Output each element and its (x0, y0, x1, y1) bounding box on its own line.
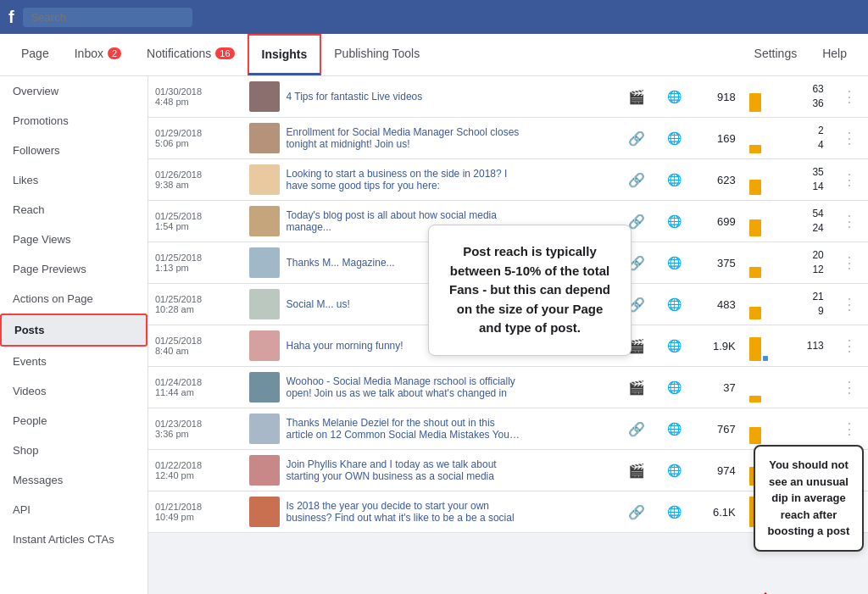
post-thumbnail (249, 414, 280, 444)
more-options-button[interactable]: ⋮ (842, 379, 857, 396)
globe-icon: 🌐 (667, 297, 682, 311)
post-visibility-cell: 🌐 (656, 450, 693, 491)
post-content-cell: Thanks Melanie Deziel for the shout out … (242, 408, 617, 450)
post-visibility-cell: 🌐 (656, 201, 693, 242)
post-title-link[interactable]: Join Phyllis Khare and I today as we tal… (287, 458, 524, 482)
post-reach-cell: 974 (693, 450, 743, 491)
video-icon: 🎬 (628, 90, 645, 104)
post-thumbnail (249, 330, 280, 361)
post-date-cell: 01/25/2018 1:13 pm (148, 242, 242, 284)
video-icon: 🎬 (628, 464, 645, 478)
link-icon: 🔗 (628, 422, 645, 436)
table-row: 01/24/2018 11:44 am Woohoo - Social Medi… (148, 367, 868, 408)
post-title-link[interactable]: Is 2018 the year you decide to start you… (287, 500, 524, 524)
post-bar-cell (743, 284, 787, 325)
sidebar-item-events[interactable]: Events (0, 347, 147, 376)
sidebar-item-reach[interactable]: Reach (0, 195, 147, 225)
post-title-link[interactable]: Looking to start a business on the side … (287, 168, 524, 192)
more-options-button[interactable]: ⋮ (842, 254, 857, 271)
tab-notifications[interactable]: Notifications 16 (134, 34, 248, 75)
sidebar-item-followers[interactable]: Followers (0, 136, 147, 165)
sidebar-item-likes[interactable]: Likes (0, 165, 147, 195)
post-reach-number: 483 (717, 298, 736, 311)
more-options-button[interactable]: ⋮ (842, 213, 857, 230)
sidebar-item-posts[interactable]: Posts (0, 314, 147, 347)
tab-publishing-tools[interactable]: Publishing Tools (321, 34, 432, 75)
globe-icon: 🌐 (667, 256, 682, 269)
more-options-button[interactable]: ⋮ (842, 88, 857, 105)
post-bar-cell (743, 76, 787, 118)
post-title-link[interactable]: Thanks Melanie Deziel for the shout out … (287, 417, 524, 441)
sidebar-item-actions-on-page[interactable]: Actions on Page (0, 284, 147, 314)
post-reach-cell: 623 (693, 159, 743, 201)
post-engagement-cell: 54 24 (787, 201, 831, 242)
post-time: 4:48 pm (155, 97, 236, 107)
post-type-cell: 🎬 (617, 76, 657, 118)
sidebar-item-shop[interactable]: Shop (0, 436, 147, 465)
more-options-button[interactable]: ⋮ (842, 337, 857, 354)
reach-bar (749, 337, 761, 361)
post-date: 01/25/2018 (155, 253, 236, 263)
post-title-link[interactable]: Social M... us! (287, 298, 350, 310)
sidebar-item-people[interactable]: People (0, 406, 147, 436)
more-options-button[interactable]: ⋮ (842, 296, 857, 313)
post-visibility-cell: 🌐 (656, 159, 693, 201)
tab-help[interactable]: Help (810, 47, 860, 63)
post-reach-number: 1.9K (713, 340, 736, 353)
reach-bar (749, 267, 761, 278)
tab-page[interactable]: Page (8, 34, 62, 75)
reach-bar (749, 145, 761, 153)
post-content-cell: Join Phyllis Khare and I today as we tal… (242, 450, 617, 491)
post-reach-cell: 6.1K (693, 491, 743, 533)
inbox-badge: 2 (108, 47, 121, 59)
post-reach-number: 974 (717, 464, 736, 477)
sidebar-item-instant-articles-ctas[interactable]: Instant Articles CTAs (0, 525, 147, 554)
search-input[interactable] (23, 8, 192, 27)
post-thumbnail (249, 247, 280, 278)
sidebar-item-overview[interactable]: Overview (0, 76, 147, 106)
reach-bar (749, 427, 761, 444)
link-icon: 🔗 (628, 131, 645, 146)
post-engagement-cell: 2 4 (787, 118, 831, 159)
more-options-button[interactable]: ⋮ (842, 171, 857, 188)
sidebar-item-videos[interactable]: Videos (0, 376, 147, 406)
post-more-cell: ⋮ (831, 201, 868, 242)
post-thumbnail (249, 164, 280, 195)
post-title-link[interactable]: Enrollment for Social Media Manager Scho… (287, 126, 524, 150)
post-more-cell: ⋮ (831, 367, 868, 408)
sidebar: Overview Promotions Followers Likes Reac… (0, 76, 148, 594)
post-reach-cell: 699 (693, 201, 743, 242)
sidebar-item-api[interactable]: API (0, 495, 147, 525)
post-bar-cell (743, 118, 787, 159)
tab-inbox[interactable]: Inbox 2 (62, 34, 134, 75)
main-layout: Overview Promotions Followers Likes Reac… (0, 76, 868, 594)
post-title-link[interactable]: Thanks M... Magazine... (287, 257, 395, 269)
post-visibility-cell: 🌐 (656, 284, 693, 325)
post-engagement-cell: 35 14 (787, 159, 831, 201)
post-cell: Join Phyllis Khare and I today as we tal… (249, 455, 610, 486)
more-options-button[interactable]: ⋮ (842, 420, 857, 437)
post-date: 01/25/2018 (155, 294, 236, 304)
post-content-cell: Enrollment for Social Media Manager Scho… (242, 118, 617, 159)
post-time: 8:40 am (155, 346, 236, 356)
tab-insights[interactable]: Insights (248, 34, 322, 75)
notifications-badge: 16 (215, 47, 234, 59)
globe-icon: 🌐 (667, 505, 682, 519)
post-date-cell: 01/24/2018 11:44 am (148, 367, 242, 408)
post-title-link[interactable]: Haha your morning funny! (287, 340, 403, 352)
more-options-button[interactable]: ⋮ (842, 130, 857, 147)
post-date-cell: 01/30/2018 4:48 pm (148, 76, 242, 118)
post-title-link[interactable]: Woohoo - Social Media Manage rschool is … (287, 375, 524, 399)
post-thumbnail (249, 497, 280, 527)
post-visibility-cell: 🌐 (656, 408, 693, 450)
sidebar-item-page-previews[interactable]: Page Previews (0, 254, 147, 284)
post-bar-cell (743, 242, 787, 284)
post-title-link[interactable]: 4 Tips for fantastic Live videos (287, 91, 423, 103)
post-date-cell: 01/21/2018 10:49 pm (148, 491, 242, 533)
post-more-cell: ⋮ (831, 242, 868, 284)
sidebar-item-promotions[interactable]: Promotions (0, 106, 147, 136)
sidebar-item-page-views[interactable]: Page Views (0, 225, 147, 254)
tab-settings[interactable]: Settings (742, 47, 810, 63)
table-row: 01/30/2018 4:48 pm 4 Tips for fantastic … (148, 76, 868, 118)
sidebar-item-messages[interactable]: Messages (0, 465, 147, 495)
